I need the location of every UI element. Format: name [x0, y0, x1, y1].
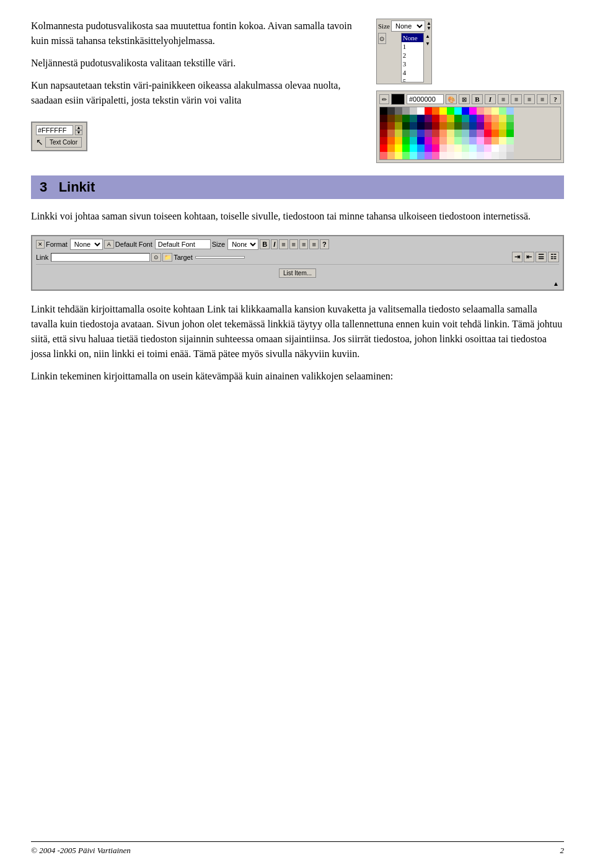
color-cell[interactable] [425, 137, 432, 144]
color-cell[interactable] [417, 130, 425, 137]
color-cell[interactable] [380, 144, 387, 152]
color-cell[interactable] [462, 137, 469, 144]
color-cell[interactable] [402, 130, 410, 137]
color-cell[interactable] [499, 115, 506, 122]
color-cell[interactable] [462, 152, 469, 159]
color-cell[interactable] [410, 115, 417, 122]
color-cell[interactable] [402, 107, 410, 115]
color-cell[interactable] [462, 115, 469, 122]
color-hex-input[interactable] [407, 94, 444, 104]
color-cell[interactable] [439, 122, 447, 130]
color-cell[interactable] [469, 122, 477, 130]
color-cell[interactable] [477, 107, 484, 115]
color-cell[interactable] [484, 122, 491, 130]
color-cell[interactable] [462, 130, 469, 137]
ts-italic-btn[interactable]: I [271, 239, 278, 249]
size-dropdown[interactable]: None 123456 [391, 20, 425, 32]
color-cell[interactable] [469, 152, 477, 159]
ts-indent2-btn[interactable]: ⇤ [524, 252, 534, 262]
size-list[interactable]: None 1 2 3 4 5 6 [401, 33, 424, 82]
color-cell[interactable] [506, 152, 514, 159]
color-cell[interactable] [462, 107, 469, 115]
color-cell[interactable] [484, 115, 491, 122]
color-cell[interactable] [395, 107, 402, 115]
eyedropper-icon[interactable]: ⊠ [459, 94, 470, 104]
color-cell[interactable] [477, 122, 484, 130]
italic-button[interactable]: I [485, 94, 496, 104]
color-cell[interactable] [469, 144, 477, 152]
size-option-none[interactable]: None [402, 33, 423, 42]
ts-align1-btn[interactable]: ≡ [279, 239, 288, 249]
ts-align4-btn[interactable]: ≡ [309, 239, 318, 249]
color-cell[interactable] [387, 137, 395, 144]
color-cell[interactable] [477, 144, 484, 152]
ts-list2-btn[interactable]: ☷ [548, 252, 559, 262]
color-cell[interactable] [447, 152, 454, 159]
bold-button[interactable]: B [472, 94, 483, 104]
tc-arrow-down[interactable]: ▼ [75, 130, 82, 135]
size-option-3[interactable]: 3 [402, 60, 423, 68]
ts-close-icon[interactable]: ✕ [36, 240, 45, 249]
color-cell[interactable] [439, 137, 447, 144]
color-cell[interactable] [454, 130, 462, 137]
color-cell[interactable] [417, 152, 425, 159]
color-cell[interactable] [484, 130, 491, 137]
align-center-button[interactable]: ≡ [511, 94, 522, 104]
color-cell[interactable] [439, 152, 447, 159]
color-cell[interactable] [402, 144, 410, 152]
color-cell[interactable] [462, 122, 469, 130]
color-cell[interactable] [410, 152, 417, 159]
color-cell[interactable] [447, 130, 454, 137]
color-cell[interactable] [387, 115, 395, 122]
size-option-1[interactable]: 1 [402, 42, 423, 51]
color-cell[interactable] [491, 137, 499, 144]
color-cell[interactable] [432, 144, 439, 152]
color-cell[interactable] [417, 144, 425, 152]
color-cell[interactable] [491, 144, 499, 152]
ts-bold-btn[interactable]: B [260, 239, 270, 249]
color-cell[interactable] [447, 122, 454, 130]
color-cell[interactable] [380, 137, 387, 144]
color-cell[interactable] [425, 130, 432, 137]
color-cell[interactable] [484, 144, 491, 152]
color-cell[interactable] [447, 137, 454, 144]
color-cell[interactable] [417, 122, 425, 130]
color-cell[interactable] [506, 130, 514, 137]
color-cell[interactable] [395, 115, 402, 122]
color-cell[interactable] [395, 122, 402, 130]
color-cell[interactable] [469, 107, 477, 115]
color-cell[interactable] [491, 115, 499, 122]
align-justify-button[interactable]: ≡ [537, 94, 548, 104]
color-cell[interactable] [425, 122, 432, 130]
size-option-2[interactable]: 2 [402, 51, 423, 60]
color-swatch-black[interactable] [391, 94, 405, 105]
color-palette[interactable] [379, 107, 561, 160]
color-cell[interactable] [387, 130, 395, 137]
color-cell[interactable] [387, 144, 395, 152]
ts-align3-btn[interactable]: ≡ [299, 239, 308, 249]
color-cell[interactable] [462, 144, 469, 152]
color-cell[interactable] [499, 144, 506, 152]
color-cell[interactable] [432, 130, 439, 137]
color-cell[interactable] [491, 107, 499, 115]
color-cell[interactable] [425, 107, 432, 115]
help-button[interactable]: ? [550, 94, 561, 104]
color-cell[interactable] [402, 137, 410, 144]
color-cell[interactable] [469, 137, 477, 144]
color-cell[interactable] [506, 107, 514, 115]
ts-link-input[interactable] [51, 253, 150, 262]
color-cell[interactable] [454, 137, 462, 144]
color-cell[interactable] [432, 107, 439, 115]
color-cell[interactable] [454, 115, 462, 122]
color-cell[interactable] [432, 137, 439, 144]
color-cell[interactable] [425, 144, 432, 152]
color-cell[interactable] [410, 144, 417, 152]
ts-list-btn[interactable]: ☰ [536, 252, 547, 262]
color-cell[interactable] [432, 152, 439, 159]
color-cell[interactable] [380, 122, 387, 130]
color-cell[interactable] [387, 152, 395, 159]
color-cell[interactable] [380, 107, 387, 115]
color-cell[interactable] [499, 122, 506, 130]
color-cell[interactable] [410, 137, 417, 144]
color-cell[interactable] [402, 122, 410, 130]
